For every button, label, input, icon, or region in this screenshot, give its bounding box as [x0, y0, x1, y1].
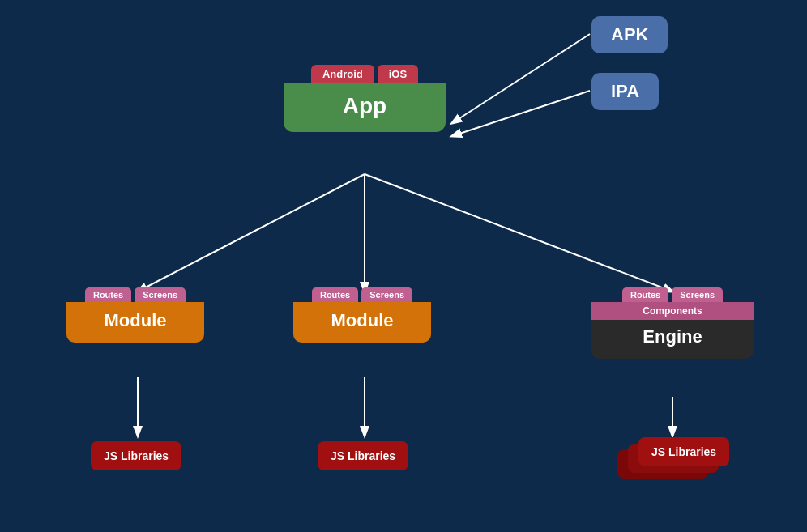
app-node: Android iOS App — [284, 65, 446, 132]
svg-line-5 — [365, 174, 672, 292]
diagram: APK IPA Android iOS App Routes Screens M… — [0, 0, 807, 532]
module1-screens-badge: Screens — [134, 287, 186, 302]
svg-line-2 — [452, 91, 590, 136]
module1-label: Module — [66, 302, 204, 343]
js-lib-node-2: JS Libraries — [318, 441, 408, 470]
engine-components-row: Components — [591, 302, 754, 320]
module-node-1: Routes Screens Module — [66, 287, 204, 343]
platform-row: Android iOS — [284, 65, 446, 83]
engine-routes-badge: Routes — [622, 287, 668, 302]
svg-line-3 — [138, 174, 365, 292]
module2-screens-badge: Screens — [361, 287, 412, 302]
apk-label: APK — [611, 24, 648, 45]
engine-header-row: Routes Screens — [591, 287, 754, 302]
js-lib-2-label: JS Libraries — [331, 449, 395, 462]
android-badge: Android — [311, 65, 374, 83]
module1-routes-badge: Routes — [85, 287, 131, 302]
js-lib-1-label: JS Libraries — [104, 449, 169, 462]
engine-screens-badge: Screens — [672, 287, 723, 302]
module2-label: Module — [293, 302, 431, 343]
js-lib-node-1: JS Libraries — [91, 441, 181, 470]
module-node-2: Routes Screens Module — [293, 287, 431, 343]
ipa-label: IPA — [611, 81, 639, 101]
ios-badge: iOS — [378, 65, 418, 83]
ipa-node: IPA — [591, 73, 659, 110]
module2-header-row: Routes Screens — [293, 287, 431, 302]
svg-line-1 — [452, 34, 590, 123]
module2-routes-badge: Routes — [312, 287, 358, 302]
engine-label: Engine — [591, 320, 754, 359]
apk-node: APK — [591, 16, 668, 53]
js-lib-3a-label: JS Libraries — [651, 445, 716, 458]
engine-node: Routes Screens Components Engine — [591, 287, 754, 359]
module1-header-row: Routes Screens — [66, 287, 204, 302]
js-lib-node-3a: JS Libraries — [638, 437, 729, 466]
app-label: App — [284, 83, 446, 132]
